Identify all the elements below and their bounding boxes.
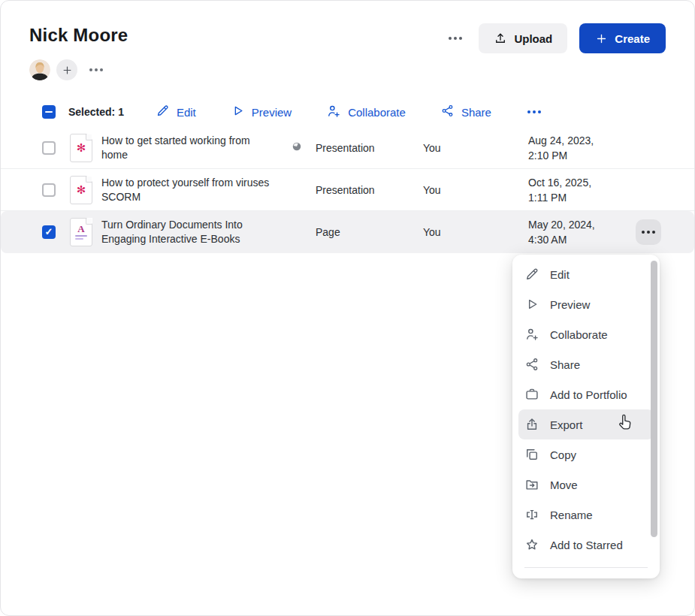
menu-item-collaborate[interactable]: Collaborate <box>512 319 660 349</box>
menu-divider <box>524 567 648 568</box>
ellipsis-icon <box>642 231 655 234</box>
file-owner: You <box>423 226 528 238</box>
file-list: ✻ How to get started working from home P… <box>1 127 694 253</box>
upload-icon <box>494 32 507 45</box>
file-type: Presentation <box>316 142 423 154</box>
file-date: Aug 24, 2023, 2:10 PM <box>528 133 636 163</box>
title-cell: How to get started working from home <box>101 134 316 162</box>
copy-icon <box>524 447 539 462</box>
selection-toolbar: Selected: 1 Edit Preview Collaborate Sha… <box>29 97 666 127</box>
presentation-file-icon: ✻ <box>70 134 92 162</box>
collaborate-icon <box>326 104 341 121</box>
menu-scrollbar[interactable] <box>651 261 657 537</box>
toolbar-edit-button[interactable]: Edit <box>156 104 196 120</box>
globe-icon <box>292 141 302 155</box>
create-button[interactable]: Create <box>579 23 666 53</box>
row-checkbox[interactable] <box>42 183 56 197</box>
page-header: Nick Moore Upload Create <box>29 23 666 53</box>
menu-item-share[interactable]: Share <box>512 349 660 379</box>
file-title[interactable]: How to get started working from home <box>101 134 250 162</box>
edit-icon <box>524 267 539 282</box>
share-icon <box>440 104 455 120</box>
file-type: Presentation <box>316 184 423 196</box>
share-icon <box>524 357 539 372</box>
edit-icon <box>156 104 170 120</box>
preview-icon <box>524 297 539 312</box>
rename-icon <box>524 507 539 522</box>
toolbar-share-button[interactable]: Share <box>440 104 491 120</box>
table-row[interactable]: ✻ How to get started working from home P… <box>1 127 694 169</box>
menu-item-move[interactable]: Move <box>512 470 660 500</box>
collaborate-icon <box>524 327 539 342</box>
toolbar-more-button[interactable] <box>526 106 542 118</box>
file-owner: You <box>423 142 528 154</box>
export-icon <box>524 417 539 432</box>
file-type: Page <box>316 226 423 238</box>
selected-count: Selected: 1 <box>68 106 124 118</box>
upload-button[interactable]: Upload <box>479 23 567 53</box>
table-row[interactable]: ✻ How to protect yourself from viruses S… <box>1 169 694 211</box>
menu-item-export[interactable]: Export <box>518 409 654 439</box>
add-collaborator-button[interactable] <box>56 59 77 80</box>
plus-icon <box>595 32 608 45</box>
title-cell: How to protect yourself from viruses SCO… <box>101 176 316 204</box>
menu-item-add-to-starred[interactable]: Add to Starred <box>512 530 660 560</box>
toolbar-actions: Edit Preview Collaborate Share <box>156 104 491 121</box>
header-more-button[interactable] <box>444 31 467 46</box>
page-title: Nick Moore <box>29 23 128 46</box>
file-date: May 20, 2024, 4:30 AM <box>528 217 636 247</box>
menu-item-rename[interactable]: Rename <box>512 500 660 530</box>
toolbar-collaborate-button[interactable]: Collaborate <box>326 104 406 121</box>
portfolio-icon <box>524 387 539 402</box>
row-checkbox[interactable] <box>42 141 56 155</box>
collaborators-more-button[interactable] <box>83 64 109 76</box>
file-owner: You <box>423 184 528 196</box>
preview-icon <box>231 104 245 120</box>
context-menu: Edit Preview Collaborate Share Add to Po… <box>512 255 660 578</box>
table-row-selected[interactable]: A Turn Ordinary Documents Into Engaging … <box>1 211 694 253</box>
file-title[interactable]: How to protect yourself from viruses SCO… <box>101 176 269 204</box>
title-cell: Turn Ordinary Documents Into Engaging In… <box>101 218 316 246</box>
file-title[interactable]: Turn Ordinary Documents Into Engaging In… <box>101 218 243 246</box>
row-checkbox[interactable] <box>42 225 56 239</box>
workspace-card: Nick Moore Upload Create <box>0 0 695 616</box>
toolbar-preview-button[interactable]: Preview <box>231 104 292 120</box>
menu-item-add-to-portfolio[interactable]: Add to Portfolio <box>512 379 660 409</box>
menu-item-edit[interactable]: Edit <box>512 259 660 289</box>
menu-item-preview[interactable]: Preview <box>512 289 660 319</box>
move-icon <box>524 477 539 492</box>
presentation-file-icon: ✻ <box>70 176 92 204</box>
file-date: Oct 16, 2025, 1:11 PM <box>528 175 636 205</box>
star-icon <box>524 537 539 552</box>
collaborators-row <box>29 59 109 80</box>
row-more-button[interactable] <box>636 219 661 245</box>
select-all-checkbox[interactable] <box>42 105 56 119</box>
menu-item-copy[interactable]: Copy <box>512 439 660 470</box>
page-file-icon: A <box>70 218 92 246</box>
user-avatar[interactable] <box>29 59 50 80</box>
header-actions: Upload Create <box>444 23 666 53</box>
